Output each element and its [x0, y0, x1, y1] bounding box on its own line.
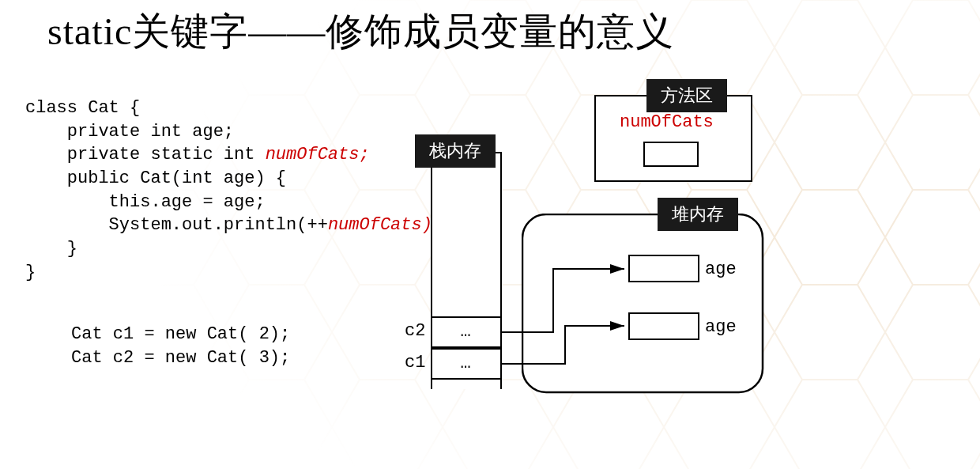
code-block-top: class Cat { private int age; private sta… — [25, 96, 443, 285]
code-line: this.age = age; — [25, 192, 266, 212]
code-line: Cat c2 = new Cat( 3); — [71, 348, 290, 368]
code-line: private int age; — [25, 122, 234, 142]
memory-diagram: 方法区 numOfCats 栈内存 … c2 … c1 堆内存 age age — [395, 79, 838, 419]
code-line: } — [25, 239, 77, 259]
code-line: } — [25, 263, 36, 282]
code-block-bottom: Cat c1 = new Cat( 2); Cat c2 = new Cat( … — [71, 323, 290, 369]
page-title: static关键字——修饰成员变量的意义 — [47, 6, 674, 57]
code-line: System.out.println(++numOfCats); — [25, 215, 443, 235]
code-line: public Cat(int age) { — [25, 168, 286, 188]
stack-label: 栈内存 — [415, 134, 496, 168]
code-line: private static int numOfCats; — [25, 145, 370, 165]
arrows — [395, 79, 838, 419]
code-line: class Cat { — [25, 98, 140, 118]
heap-label: 堆内存 — [658, 198, 738, 231]
method-area-label: 方法区 — [646, 79, 727, 112]
code-line: Cat c1 = new Cat( 2); — [71, 324, 290, 344]
